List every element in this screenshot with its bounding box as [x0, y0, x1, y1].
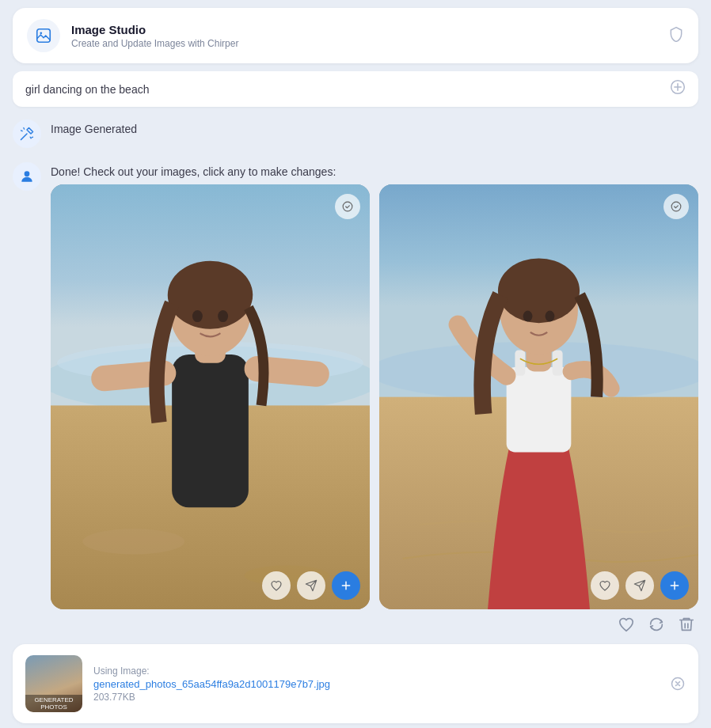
svg-point-1	[40, 32, 42, 34]
image-1-check[interactable]	[335, 194, 360, 219]
svg-rect-0	[37, 29, 51, 43]
image-generated-label: Image Generated	[51, 118, 698, 135]
prompt-text: girl dancing on the beach	[25, 83, 149, 96]
svg-point-27	[498, 258, 580, 323]
using-image-label: Using Image:	[93, 665, 330, 677]
image-studio-icon	[35, 27, 52, 44]
shield-icon[interactable]	[668, 26, 684, 46]
refresh-button[interactable]	[648, 616, 665, 633]
image-2-add-button[interactable]	[660, 571, 689, 600]
prompt-area: girl dancing on the beach	[13, 71, 698, 107]
like-button[interactable]	[618, 616, 635, 633]
svg-point-8	[82, 529, 184, 554]
image-2-actions	[591, 571, 689, 600]
wand-avatar	[13, 119, 41, 148]
svg-rect-22	[507, 367, 572, 452]
svg-point-29	[546, 311, 555, 322]
image-card-1[interactable]	[51, 184, 370, 609]
done-row: Done! Check out your images, click any t…	[13, 161, 698, 609]
image-2-share-button[interactable]	[625, 571, 654, 600]
header-card: Image Studio Create and Update Images wi…	[13, 8, 698, 63]
user-icon	[19, 169, 35, 184]
using-image-filename: generated_photos_65aa54ffa9a2d1001179e7b…	[93, 678, 330, 690]
done-content: Done! Check out your images, click any t…	[51, 161, 698, 609]
svg-point-28	[523, 311, 533, 322]
svg-point-16	[192, 310, 203, 322]
image-2-bg	[379, 184, 698, 609]
svg-rect-24	[553, 351, 563, 376]
svg-rect-23	[515, 351, 525, 376]
image-generated-row: Image Generated	[13, 118, 698, 148]
using-image-size: 203.77KB	[93, 692, 330, 703]
image-1-share-button[interactable]	[297, 571, 325, 600]
thumbnail-label: GENERATED PHOTOS	[25, 695, 82, 712]
image-2-illustration	[379, 184, 698, 609]
done-label: Done! Check out your images, click any t…	[51, 161, 698, 178]
header-card-left: Image Studio Create and Update Images wi…	[27, 19, 238, 52]
image-1-illustration	[51, 184, 370, 609]
header-text: Image Studio Create and Update Images wi…	[71, 23, 238, 49]
image-card-2[interactable]	[379, 184, 698, 609]
image-1-add-button[interactable]	[332, 571, 360, 600]
delete-button[interactable]	[678, 616, 695, 633]
image-studio-icon-wrap	[27, 19, 60, 52]
header-subtitle: Create and Update Images with Chirper	[71, 38, 238, 49]
user-avatar	[13, 162, 41, 191]
image-1-actions	[262, 571, 360, 600]
svg-point-3	[25, 171, 30, 176]
svg-point-15	[168, 261, 253, 329]
svg-point-17	[218, 310, 228, 322]
svg-point-30	[671, 202, 681, 211]
using-image-info: Using Image: generated_photos_65aa54ffa9…	[93, 665, 330, 703]
chat-area: Image Generated Done! Check out your ima…	[13, 118, 698, 609]
copy-icon[interactable]	[670, 79, 686, 99]
using-image-close-button[interactable]	[670, 676, 686, 692]
images-grid	[51, 184, 698, 609]
image-2-check[interactable]	[663, 194, 689, 219]
using-image-thumbnail: GENERATED PHOTOS	[25, 655, 82, 712]
using-image-card: GENERATED PHOTOS Using Image: generated_…	[13, 644, 698, 723]
image-2-like-button[interactable]	[591, 571, 619, 600]
bottom-action-bar	[0, 616, 698, 633]
image-1-bg	[51, 184, 370, 609]
svg-point-18	[343, 202, 352, 211]
image-1-like-button[interactable]	[262, 571, 291, 600]
svg-rect-10	[172, 355, 249, 507]
image-generated-content: Image Generated	[51, 118, 698, 135]
wand-icon	[19, 126, 35, 142]
header-title: Image Studio	[71, 23, 238, 36]
